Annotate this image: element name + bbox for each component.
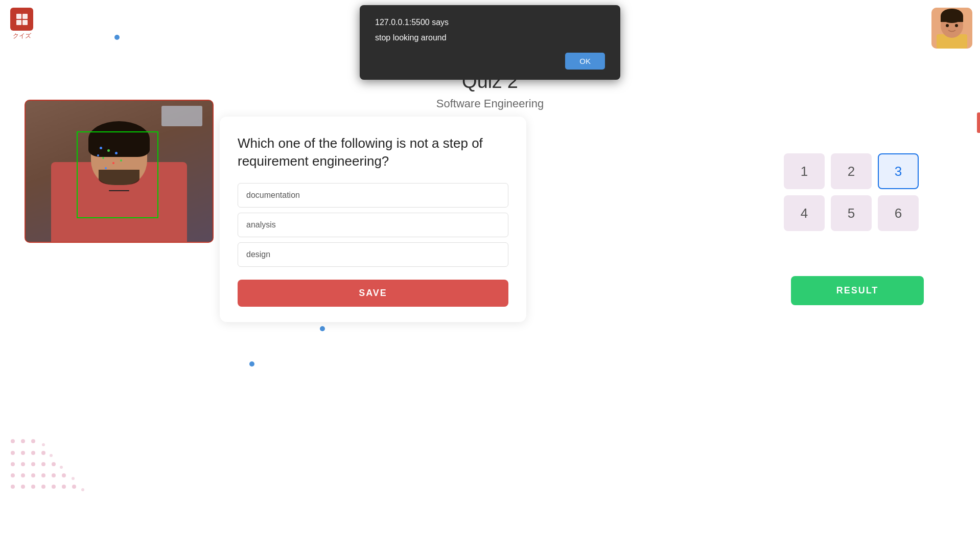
alert-ok-button[interactable]: OK (565, 53, 605, 70)
alert-overlay: 127.0.0.1:5500 says stop looking around … (0, 0, 980, 548)
alert-title: 127.0.0.1:5500 says (375, 18, 605, 27)
alert-dialog: 127.0.0.1:5500 says stop looking around … (360, 5, 620, 80)
alert-message: stop looking around (375, 33, 605, 42)
